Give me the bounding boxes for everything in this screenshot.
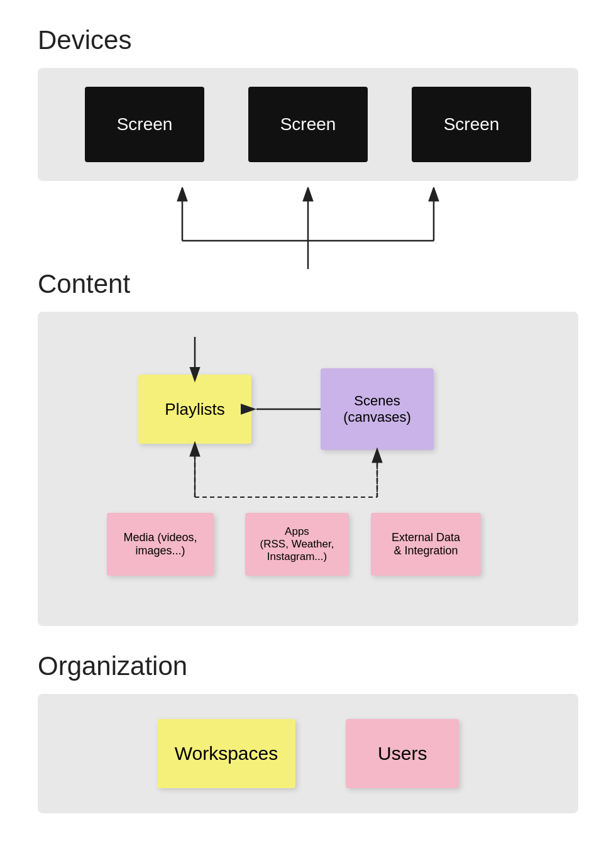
organization-panel: Workspaces Users <box>38 694 578 813</box>
external-data-note: External Data & Integration <box>371 513 481 576</box>
content-inner: Playlists Scenes (canvases) <box>57 337 559 601</box>
devices-section: Devices Screen Screen Screen <box>38 25 578 181</box>
users-note: Users <box>346 719 459 788</box>
apps-note: Apps (RSS, Weather, Instagram...) <box>245 513 349 576</box>
screen-1: Screen <box>85 87 204 162</box>
content-panel: Playlists Scenes (canvases) <box>38 312 578 626</box>
screen-2: Screen <box>248 87 368 162</box>
content-diagram: Playlists Scenes (canvases) <box>57 337 559 601</box>
connector-svg <box>119 187 497 269</box>
content-label: Content <box>38 269 578 299</box>
organization-label: Organization <box>38 651 578 681</box>
devices-label: Devices <box>38 25 578 55</box>
media-note: Media (videos, images...) <box>107 513 214 576</box>
workspaces-note: Workspaces <box>157 719 296 788</box>
organization-section: Organization Workspaces Users <box>38 651 578 813</box>
screen-3: Screen <box>412 87 531 162</box>
devices-panel: Screen Screen Screen <box>38 68 578 181</box>
content-section: Content Playlists Scenes (canvases) <box>38 269 578 626</box>
gap-1 <box>38 632 578 651</box>
devices-to-content-connector <box>38 187 578 269</box>
